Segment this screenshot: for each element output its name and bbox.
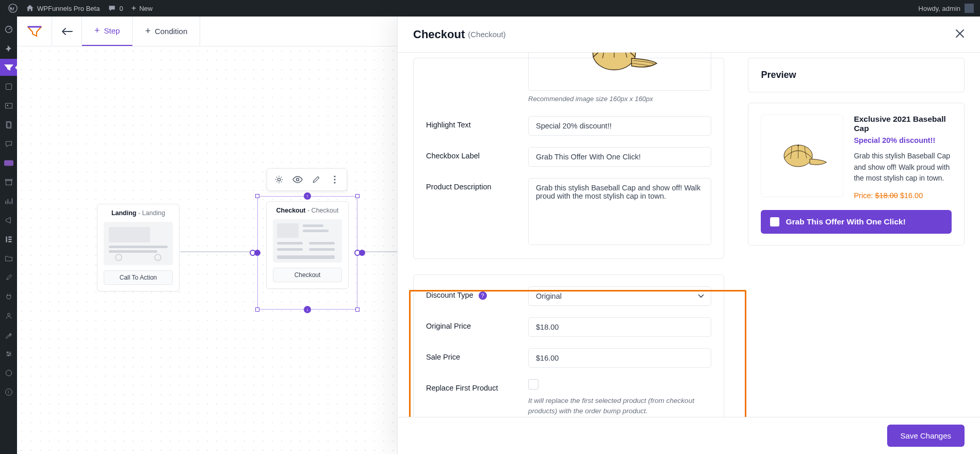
label-original-price: Original Price: [426, 317, 519, 330]
node-more-button[interactable]: [326, 172, 344, 187]
avatar[interactable]: [965, 4, 974, 13]
svg-rect-13: [8, 241, 11, 242]
comments-link[interactable]: 0: [104, 0, 127, 17]
port-out[interactable]: [359, 250, 365, 256]
drawer-footer: Save Changes: [398, 417, 980, 454]
menu-templates[interactable]: [0, 250, 17, 267]
drawer-close-button[interactable]: [955, 29, 965, 40]
node-landing-button[interactable]: Call To Action: [104, 270, 173, 285]
tab-condition[interactable]: + Condition: [133, 17, 200, 46]
menu-tools[interactable]: [0, 326, 17, 343]
preview-price-sale: $16.00: [900, 191, 923, 200]
menu-pages[interactable]: [0, 116, 17, 133]
node-checkout[interactable]: Checkout - Checkout Checkout: [266, 201, 349, 289]
menu-wpfunnels[interactable]: [0, 59, 17, 76]
wrench-icon: [5, 331, 13, 339]
port-in[interactable]: [254, 250, 260, 256]
help-icon[interactable]: ?: [479, 291, 487, 300]
save-button[interactable]: Save Changes: [887, 425, 965, 447]
checkbox-label-input[interactable]: [528, 147, 711, 167]
menu-appearance[interactable]: [0, 269, 17, 286]
circle-icon: [5, 369, 13, 377]
port-top[interactable]: ↑: [304, 192, 311, 200]
archive-icon: [5, 178, 13, 186]
woo-icon: [4, 160, 13, 166]
svg-rect-2: [6, 84, 11, 89]
resize-handle-nw[interactable]: [255, 194, 259, 198]
megaphone-icon: [5, 216, 13, 224]
brush-icon: [5, 273, 13, 282]
menu-analytics[interactable]: [0, 192, 17, 209]
port-bottom[interactable]: ↓: [304, 306, 311, 313]
elementor-icon: [5, 235, 13, 244]
menu-media[interactable]: [0, 97, 17, 114]
sliders-icon: [5, 350, 13, 358]
menu-collapse[interactable]: [0, 383, 17, 400]
wordpress-icon: [8, 4, 18, 13]
howdy-text[interactable]: Howdy, admin: [919, 5, 960, 12]
step-settings-drawer: Checkout (Checkout): [397, 17, 980, 454]
menu-users[interactable]: [0, 307, 17, 324]
node-landing[interactable]: Landing - Landing Call To Action: [97, 204, 179, 291]
menu-posts[interactable]: [0, 40, 17, 57]
menu-woo[interactable]: [0, 154, 17, 171]
svg-point-4: [7, 105, 8, 106]
tab-step[interactable]: + Step: [82, 17, 133, 46]
media-icon: [5, 102, 13, 110]
menu-plugins[interactable]: [0, 288, 17, 305]
label-highlight: Highlight Text: [426, 116, 519, 129]
resize-handle-sw[interactable]: [255, 307, 259, 312]
product-description-input[interactable]: Grab this stylish Baseball Cap and show …: [528, 178, 711, 245]
preview-price: Price: $18.00 $16.00: [854, 191, 952, 200]
tab-step-label: Step: [104, 26, 120, 35]
menu-comments[interactable]: [0, 135, 17, 152]
funnel-canvas[interactable]: Landing - Landing Call To Action ↑ ↓: [17, 46, 414, 454]
back-button[interactable]: [52, 17, 82, 46]
pages-icon: [5, 121, 13, 129]
site-home-link[interactable]: WPFunnels Pro Beta: [22, 0, 104, 17]
svg-point-15: [7, 351, 8, 352]
node-edit-button[interactable]: [307, 172, 325, 187]
svg-rect-11: [8, 236, 11, 237]
preview-heading-card: Preview: [748, 58, 965, 92]
label-description: Product Description: [426, 178, 519, 191]
preview-title: Exclusive 2021 Baseball Cap: [854, 115, 952, 133]
highlight-text-input[interactable]: [528, 116, 711, 136]
discount-section: Discount Type ? Original: [413, 274, 724, 417]
preview-description: Grab this stylish Baseball Cap and show …: [854, 151, 952, 184]
node-checkout-thumb: [273, 219, 342, 263]
svg-point-0: [9, 4, 17, 12]
node-checkout-name: Checkout: [276, 207, 306, 214]
more-vertical-icon: [334, 175, 336, 184]
wpfunnels-logo[interactable]: [17, 17, 52, 46]
label-replace: Replace First Product: [426, 379, 519, 392]
menu-marketing[interactable]: [0, 212, 17, 229]
preview-card: Exclusive 2021 Baseball Cap Special 20% …: [748, 103, 965, 246]
svg-point-17: [8, 355, 9, 356]
menu-dashboard[interactable]: [0, 21, 17, 38]
node-view-button[interactable]: [289, 172, 306, 187]
preview-offer-checkbox[interactable]: [770, 217, 779, 226]
collapse-icon: [5, 388, 13, 396]
menu-item-generic-2[interactable]: [0, 364, 17, 381]
menu-item-generic-1[interactable]: [0, 78, 17, 95]
folder-icon: [5, 254, 13, 263]
menu-products[interactable]: [0, 173, 17, 190]
replace-first-product-checkbox[interactable]: [528, 379, 538, 390]
node-landing-thumb: [104, 222, 173, 265]
menu-elementor[interactable]: [0, 231, 17, 248]
preview-offer-bar[interactable]: Grab This Offer With One Click!: [761, 210, 952, 234]
node-checkout-button[interactable]: Checkout: [273, 268, 342, 282]
new-content-link[interactable]: + New: [127, 0, 157, 17]
node-action-toolbar: [267, 168, 347, 191]
resize-handle-se[interactable]: [355, 307, 360, 312]
node-settings-button[interactable]: [270, 172, 288, 187]
menu-settings[interactable]: [0, 345, 17, 362]
resize-handle-ne[interactable]: [355, 194, 360, 198]
discount-type-select[interactable]: Original: [528, 286, 711, 306]
generic-icon: [5, 83, 13, 91]
node-landing-header: Landing - Landing: [97, 204, 179, 219]
wp-logo[interactable]: [4, 0, 22, 17]
product-image-upload[interactable]: [528, 53, 711, 91]
dashboard-icon: [4, 25, 13, 34]
